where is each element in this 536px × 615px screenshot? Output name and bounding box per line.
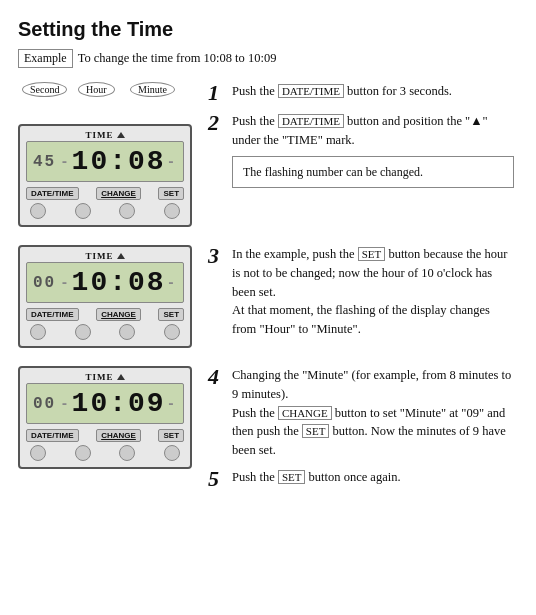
step-4-change-inline: CHANGE <box>278 406 332 420</box>
device-1-datetime-btn[interactable]: DATE/TIME <box>26 187 79 200</box>
dash-right: - <box>167 154 177 170</box>
step-5-text: Push the SET button once again. <box>232 468 514 490</box>
device-2-triangle <box>117 253 125 259</box>
step-5: 5 Push the SET button once again. <box>208 468 514 490</box>
device-1-frame: TIME 45 - 10:08 - DATE/TIME CHANGE SET <box>18 124 192 227</box>
device-2-dash-r: - <box>167 275 177 291</box>
step-3-set-inline: SET <box>358 247 386 261</box>
time-label: TIME <box>86 130 114 140</box>
example-line: Example To change the time from 10:08 to… <box>18 49 514 68</box>
section-1: Second Hour Minute TIME 45 - 10:08 - DAT… <box>18 82 514 227</box>
device-3-buttons: DATE/TIME CHANGE SET <box>26 429 184 442</box>
labels-container: Second Hour Minute <box>18 82 192 124</box>
step-1: 1 Push the DATE/TIME button for 3 second… <box>208 82 514 104</box>
device-1-buttons: DATE/TIME CHANGE SET <box>26 187 184 200</box>
device-1-top: TIME <box>26 130 184 140</box>
device-2-circle-2[interactable] <box>75 324 91 340</box>
device-2-circles <box>26 324 184 340</box>
step-3-col: 3 In the example, push the SET button be… <box>208 245 514 347</box>
step-2-text: Push the DATE/TIME button and position t… <box>232 112 514 188</box>
device-1-circles <box>26 203 184 219</box>
section-2: TIME 00 - 10:08 - DATE/TIME CHANGE SET <box>18 245 514 348</box>
step-5-num: 5 <box>208 468 226 490</box>
step-4: 4 Changing the "Minute" (for example, fr… <box>208 366 514 460</box>
example-label: Example <box>18 49 73 68</box>
device-3-datetime-btn[interactable]: DATE/TIME <box>26 429 79 442</box>
device-3-frame: TIME 00 - 10:09 - DATE/TIME CHANGE SET <box>18 366 192 469</box>
device-3-change-btn[interactable]: CHANGE <box>96 429 141 442</box>
circle-4[interactable] <box>164 203 180 219</box>
device-3-col: TIME 00 - 10:09 - DATE/TIME CHANGE SET <box>18 366 192 469</box>
device-2-set-btn[interactable]: SET <box>158 308 184 321</box>
step-1-text: Push the DATE/TIME button for 3 seconds. <box>232 82 514 104</box>
steps-4-5-col: 4 Changing the "Minute" (for example, fr… <box>208 366 514 498</box>
step-4-set-inline: SET <box>302 424 330 438</box>
step-4-num: 4 <box>208 366 226 460</box>
device-3-small-digits: 00 <box>33 395 56 413</box>
device-3-set-btn[interactable]: SET <box>158 429 184 442</box>
device-2-col: TIME 00 - 10:08 - DATE/TIME CHANGE SET <box>18 245 192 348</box>
example-text: To change the time from 10:08 to 10:09 <box>78 51 277 66</box>
step-1-datetime-inline: DATE/TIME <box>278 84 344 98</box>
device-3-circle-1[interactable] <box>30 445 46 461</box>
step-1-num: 1 <box>208 82 226 104</box>
device-2-datetime-btn[interactable]: DATE/TIME <box>26 308 79 321</box>
label-hour: Hour <box>78 82 115 97</box>
step-2-infobox: The flashing number can be changed. <box>232 156 514 188</box>
step-2: 2 Push the DATE/TIME button and position… <box>208 112 514 188</box>
device-3-display: 00 - 10:09 - <box>26 383 184 424</box>
device-3-dash-r: - <box>167 396 177 412</box>
device-2-buttons: DATE/TIME CHANGE SET <box>26 308 184 321</box>
step-4-text: Changing the "Minute" (for example, from… <box>232 366 514 460</box>
step-3-num: 3 <box>208 245 226 339</box>
device-3-circle-3[interactable] <box>119 445 135 461</box>
device-1-main-digits: 10:08 <box>72 146 166 177</box>
device-3-circle-4[interactable] <box>164 445 180 461</box>
steps-1-2: 1 Push the DATE/TIME button for 3 second… <box>208 82 514 196</box>
device-2-frame: TIME 00 - 10:08 - DATE/TIME CHANGE SET <box>18 245 192 348</box>
step-3: 3 In the example, push the SET button be… <box>208 245 514 339</box>
device-1-display: 45 - 10:08 - <box>26 141 184 182</box>
triangle-up-icon <box>117 132 125 138</box>
label-minute: Minute <box>130 82 175 97</box>
section-3: TIME 00 - 10:09 - DATE/TIME CHANGE SET <box>18 366 514 498</box>
device-2-display: 00 - 10:08 - <box>26 262 184 303</box>
device-3-dash-l: - <box>60 396 70 412</box>
device-1-small-digits: 45 <box>33 153 56 171</box>
step-2-datetime-inline: DATE/TIME <box>278 114 344 128</box>
circle-1[interactable] <box>30 203 46 219</box>
dash-left: - <box>60 154 70 170</box>
page-title: Setting the Time <box>18 18 514 41</box>
device-2-circle-3[interactable] <box>119 324 135 340</box>
circle-3[interactable] <box>119 203 135 219</box>
device-3-circles <box>26 445 184 461</box>
device-3-circle-2[interactable] <box>75 445 91 461</box>
step-3-text: In the example, push the SET button beca… <box>232 245 514 339</box>
device-2-time-label: TIME <box>86 251 114 261</box>
device-2-top: TIME <box>26 251 184 261</box>
step-5-set-inline: SET <box>278 470 306 484</box>
device-2-dash-l: - <box>60 275 70 291</box>
device-3-main-digits: 10:09 <box>72 388 166 419</box>
device-2-change-btn[interactable]: CHANGE <box>96 308 141 321</box>
device-2-circle-1[interactable] <box>30 324 46 340</box>
device-3-triangle <box>117 374 125 380</box>
device-3-top: TIME <box>26 372 184 382</box>
step-2-num: 2 <box>208 112 226 188</box>
label-second: Second <box>22 82 67 97</box>
device-1-set-btn[interactable]: SET <box>158 187 184 200</box>
device-2-small-digits: 00 <box>33 274 56 292</box>
device-1-change-btn[interactable]: CHANGE <box>96 187 141 200</box>
device-2-main-digits: 10:08 <box>72 267 166 298</box>
device-1-col: Second Hour Minute TIME 45 - 10:08 - DAT… <box>18 82 192 227</box>
circle-2[interactable] <box>75 203 91 219</box>
device-2-circle-4[interactable] <box>164 324 180 340</box>
device-3-time-label: TIME <box>86 372 114 382</box>
